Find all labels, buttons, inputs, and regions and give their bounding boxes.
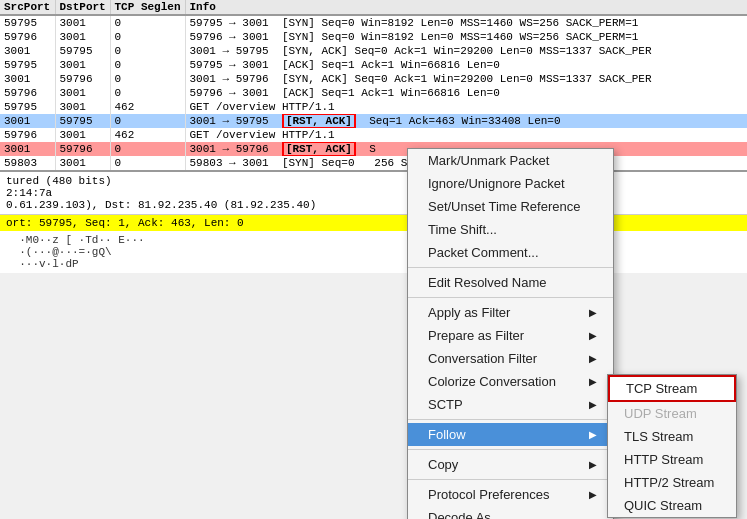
follow-submenu: TCP Stream UDP Stream TLS Stream HTTP St… <box>607 374 737 518</box>
table-row[interactable]: 3001 59796 0 3001 → 59796 [SYN, ACK] Seq… <box>0 72 747 86</box>
cell-len: 0 <box>110 30 185 44</box>
menu-item-packet-comment[interactable]: Packet Comment... <box>408 241 613 264</box>
cell-info: 3001 → 59796 [SYN, ACK] Seq=0 Ack=1 Win=… <box>185 72 747 86</box>
cell-src: 59796 <box>0 128 55 142</box>
table-row[interactable]: 59796 3001 462 GET /overview HTTP/1.1 <box>0 128 747 142</box>
cell-info: GET /overview HTTP/1.1 <box>185 100 747 114</box>
cell-src: 59795 <box>0 100 55 114</box>
submenu-label: HTTP Stream <box>624 452 703 467</box>
menu-item-copy[interactable]: Copy ▶ <box>408 453 613 476</box>
table-row[interactable]: 3001 59795 0 3001 → 59795 [SYN, ACK] Seq… <box>0 44 747 58</box>
table-row[interactable]: 59796 3001 0 59796 → 3001 [ACK] Seq=1 Ac… <box>0 86 747 100</box>
submenu-label: QUIC Stream <box>624 498 702 513</box>
cell-dst: 3001 <box>55 30 110 44</box>
menu-label: Ignore/Unignore Packet <box>428 176 565 191</box>
cell-dst: 3001 <box>55 128 110 142</box>
cell-info: 59795 → 3001 [SYN] Seq=0 Win=8192 Len=0 … <box>185 15 747 30</box>
hex-line: ·(···@···=·gQ\ <box>6 246 741 258</box>
table-row[interactable]: 3001 59795 0 3001 → 59795 [RST, ACK] Seq… <box>0 114 747 128</box>
menu-item-mark-unmark[interactable]: Mark/Unmark Packet <box>408 149 613 172</box>
table-row[interactable]: 59795 3001 0 59795 → 3001 [SYN] Seq=0 Wi… <box>0 15 747 30</box>
submenu-arrow-icon: ▶ <box>589 307 597 318</box>
menu-label: Decode As... <box>428 510 502 519</box>
menu-item-time-shift[interactable]: Time Shift... <box>408 218 613 241</box>
menu-item-colorize[interactable]: Colorize Conversation ▶ <box>408 370 613 393</box>
submenu-arrow-icon: ▶ <box>589 399 597 410</box>
submenu-item-tls-stream[interactable]: TLS Stream <box>608 425 736 448</box>
table-row[interactable]: 59795 3001 0 59795 → 3001 [ACK] Seq=1 Ac… <box>0 58 747 72</box>
submenu-item-udp-stream[interactable]: UDP Stream <box>608 402 736 425</box>
cell-len: 462 <box>110 100 185 114</box>
cell-info: 3001 → 59795 [SYN, ACK] Seq=0 Ack=1 Win=… <box>185 44 747 58</box>
cell-dst: 3001 <box>55 156 110 170</box>
col-tcpseglen: TCP Seglen <box>110 0 185 15</box>
cell-len: 0 <box>110 15 185 30</box>
submenu-label: HTTP/2 Stream <box>624 475 714 490</box>
menu-label: Prepare as Filter <box>428 328 524 343</box>
cell-dst: 3001 <box>55 100 110 114</box>
submenu-item-http2-stream[interactable]: HTTP/2 Stream <box>608 471 736 494</box>
cell-dst: 3001 <box>55 86 110 100</box>
submenu-arrow-icon: ▶ <box>589 429 597 440</box>
separator <box>408 449 613 450</box>
menu-label: Protocol Preferences <box>428 487 549 502</box>
cell-info: GET /overview HTTP/1.1 <box>185 128 747 142</box>
context-menu: Mark/Unmark Packet Ignore/Unignore Packe… <box>407 148 614 519</box>
menu-label: Colorize Conversation <box>428 374 556 389</box>
table-row[interactable]: 3001 59796 0 3001 → 59796 [RST, ACK] S <box>0 142 747 156</box>
submenu-label: TCP Stream <box>626 381 697 396</box>
menu-item-prepare-filter[interactable]: Prepare as Filter ▶ <box>408 324 613 347</box>
cell-src: 3001 <box>0 142 55 156</box>
detail-line: tured (480 bits) <box>6 175 741 187</box>
separator <box>408 267 613 268</box>
hex-line: ···v·l·dP <box>6 258 741 270</box>
menu-label: Apply as Filter <box>428 305 510 320</box>
cell-len: 0 <box>110 114 185 128</box>
submenu-label: UDP Stream <box>624 406 697 421</box>
menu-item-decode-as[interactable]: Decode As... <box>408 506 613 519</box>
cell-src: 3001 <box>0 114 55 128</box>
submenu-arrow-icon: ▶ <box>589 459 597 470</box>
cell-len: 462 <box>110 128 185 142</box>
detail-line: 0.61.239.103), Dst: 81.92.235.40 (81.92.… <box>6 199 741 211</box>
menu-label: Copy <box>428 457 458 472</box>
cell-len: 0 <box>110 86 185 100</box>
menu-label: Edit Resolved Name <box>428 275 547 290</box>
submenu-arrow-icon: ▶ <box>589 489 597 500</box>
menu-item-ignore-unignore[interactable]: Ignore/Unignore Packet <box>408 172 613 195</box>
menu-item-apply-filter[interactable]: Apply as Filter ▶ <box>408 301 613 324</box>
cell-src: 59803 <box>0 156 55 170</box>
detail-line: 2:14:7a <box>6 187 741 199</box>
cell-src: 59796 <box>0 30 55 44</box>
cell-len: 0 <box>110 72 185 86</box>
cell-info: 59795 → 3001 [ACK] Seq=1 Ack=1 Win=66816… <box>185 58 747 72</box>
cell-dst: 3001 <box>55 58 110 72</box>
menu-label: Set/Unset Time Reference <box>428 199 580 214</box>
separator <box>408 419 613 420</box>
submenu-item-http-stream[interactable]: HTTP Stream <box>608 448 736 471</box>
cell-info: 59796 → 3001 [SYN] Seq=0 Win=8192 Len=0 … <box>185 30 747 44</box>
menu-item-follow[interactable]: Follow ▶ <box>408 423 613 446</box>
menu-label: Follow <box>428 427 466 442</box>
col-dstport: DstPort <box>55 0 110 15</box>
col-srcport: SrcPort <box>0 0 55 15</box>
menu-item-edit-resolved[interactable]: Edit Resolved Name <box>408 271 613 294</box>
menu-label: Time Shift... <box>428 222 497 237</box>
separator <box>408 297 613 298</box>
menu-item-sctp[interactable]: SCTP ▶ <box>408 393 613 416</box>
table-row[interactable]: 59803 3001 0 59803 → 3001 [SYN] Seq=0 25… <box>0 156 747 170</box>
menu-item-set-unset-time[interactable]: Set/Unset Time Reference <box>408 195 613 218</box>
menu-label: Conversation Filter <box>428 351 537 366</box>
submenu-item-quic-stream[interactable]: QUIC Stream <box>608 494 736 517</box>
cell-src: 3001 <box>0 44 55 58</box>
cell-len: 0 <box>110 142 185 156</box>
table-row[interactable]: 59796 3001 0 59796 → 3001 [SYN] Seq=0 Wi… <box>0 30 747 44</box>
menu-item-protocol-prefs[interactable]: Protocol Preferences ▶ <box>408 483 613 506</box>
table-row[interactable]: 59795 3001 462 GET /overview HTTP/1.1 <box>0 100 747 114</box>
cell-len: 0 <box>110 156 185 170</box>
menu-item-conversation-filter[interactable]: Conversation Filter ▶ <box>408 347 613 370</box>
submenu-label: TLS Stream <box>624 429 693 444</box>
menu-label: Packet Comment... <box>428 245 539 260</box>
submenu-arrow-icon: ▶ <box>589 330 597 341</box>
submenu-item-tcp-stream[interactable]: TCP Stream <box>608 375 736 402</box>
